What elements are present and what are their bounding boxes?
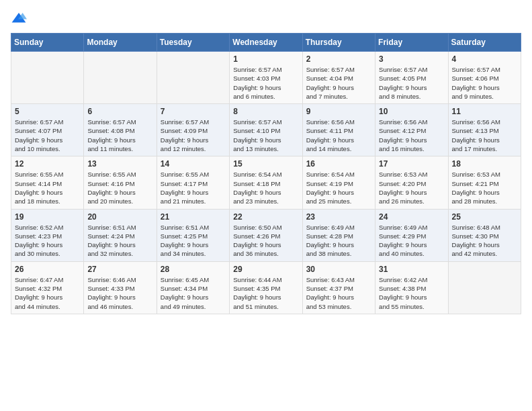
day-info: Sunrise: 6:55 AM Sunset: 4:17 PM Dayligh…: [161, 170, 226, 205]
day-info: Sunrise: 6:53 AM Sunset: 4:20 PM Dayligh…: [379, 170, 444, 205]
day-info: Sunrise: 6:42 AM Sunset: 4:38 PM Dayligh…: [379, 275, 444, 311]
day-info: Sunrise: 6:57 AM Sunset: 4:04 PM Dayligh…: [306, 65, 371, 101]
calendar-cell: 25Sunrise: 6:48 AM Sunset: 4:30 PM Dayli…: [448, 209, 521, 261]
weekday-header-cell: Tuesday: [157, 34, 229, 52]
calendar-cell: 21Sunrise: 6:51 AM Sunset: 4:25 PM Dayli…: [157, 209, 229, 261]
calendar-cell: 12Sunrise: 6:55 AM Sunset: 4:14 PM Dayli…: [11, 156, 84, 209]
day-number: 11: [452, 107, 517, 116]
calendar-cell: [157, 52, 229, 104]
calendar-cell: 13Sunrise: 6:55 AM Sunset: 4:16 PM Dayli…: [84, 156, 157, 209]
day-number: 3: [379, 54, 444, 64]
calendar-cell: 15Sunrise: 6:54 AM Sunset: 4:18 PM Dayli…: [230, 156, 302, 209]
day-info: Sunrise: 6:44 AM Sunset: 4:35 PM Dayligh…: [233, 275, 298, 311]
calendar-cell: [84, 52, 157, 104]
calendar-cell: 5Sunrise: 6:57 AM Sunset: 4:07 PM Daylig…: [11, 104, 84, 156]
day-info: Sunrise: 6:46 AM Sunset: 4:33 PM Dayligh…: [87, 275, 152, 311]
day-info: Sunrise: 6:56 AM Sunset: 4:12 PM Dayligh…: [379, 118, 444, 153]
day-number: 29: [233, 265, 298, 274]
day-info: Sunrise: 6:49 AM Sunset: 4:29 PM Dayligh…: [379, 223, 444, 259]
day-info: Sunrise: 6:52 AM Sunset: 4:23 PM Dayligh…: [15, 223, 80, 259]
day-info: Sunrise: 6:45 AM Sunset: 4:34 PM Dayligh…: [161, 275, 226, 311]
calendar-cell: 17Sunrise: 6:53 AM Sunset: 4:20 PM Dayli…: [375, 156, 448, 209]
day-info: Sunrise: 6:57 AM Sunset: 4:03 PM Dayligh…: [233, 65, 298, 101]
day-number: 15: [233, 159, 298, 169]
calendar-cell: 24Sunrise: 6:49 AM Sunset: 4:29 PM Dayli…: [375, 209, 448, 261]
calendar-cell: 4Sunrise: 6:57 AM Sunset: 4:06 PM Daylig…: [448, 52, 521, 104]
day-info: Sunrise: 6:47 AM Sunset: 4:32 PM Dayligh…: [15, 275, 80, 311]
calendar-cell: 26Sunrise: 6:47 AM Sunset: 4:32 PM Dayli…: [11, 261, 84, 314]
calendar-cell: 1Sunrise: 6:57 AM Sunset: 4:03 PM Daylig…: [230, 52, 302, 104]
calendar-body: 1Sunrise: 6:57 AM Sunset: 4:03 PM Daylig…: [11, 52, 521, 314]
calendar-cell: 19Sunrise: 6:52 AM Sunset: 4:23 PM Dayli…: [11, 209, 84, 261]
day-number: 5: [15, 107, 80, 116]
day-info: Sunrise: 6:51 AM Sunset: 4:25 PM Dayligh…: [161, 223, 226, 259]
day-number: 21: [161, 212, 226, 222]
day-info: Sunrise: 6:48 AM Sunset: 4:30 PM Dayligh…: [452, 223, 517, 259]
day-number: 9: [306, 107, 371, 116]
calendar-cell: 7Sunrise: 6:57 AM Sunset: 4:09 PM Daylig…: [157, 104, 229, 156]
day-info: Sunrise: 6:57 AM Sunset: 4:10 PM Dayligh…: [233, 118, 298, 153]
calendar-cell: [448, 261, 521, 314]
calendar-cell: 8Sunrise: 6:57 AM Sunset: 4:10 PM Daylig…: [230, 104, 302, 156]
day-number: 26: [15, 265, 80, 274]
day-number: 13: [87, 159, 152, 169]
day-number: 27: [87, 265, 152, 274]
day-info: Sunrise: 6:56 AM Sunset: 4:11 PM Dayligh…: [306, 118, 371, 153]
calendar-cell: 31Sunrise: 6:42 AM Sunset: 4:38 PM Dayli…: [375, 261, 448, 314]
weekday-header-cell: Wednesday: [230, 34, 302, 52]
logo-icon: [11, 11, 27, 25]
calendar-cell: 28Sunrise: 6:45 AM Sunset: 4:34 PM Dayli…: [157, 261, 229, 314]
calendar-cell: 10Sunrise: 6:56 AM Sunset: 4:12 PM Dayli…: [375, 104, 448, 156]
day-info: Sunrise: 6:55 AM Sunset: 4:14 PM Dayligh…: [15, 170, 80, 205]
day-info: Sunrise: 6:53 AM Sunset: 4:21 PM Dayligh…: [452, 170, 517, 205]
day-number: 10: [379, 107, 444, 116]
day-number: 20: [87, 212, 152, 222]
calendar-week-row: 19Sunrise: 6:52 AM Sunset: 4:23 PM Dayli…: [11, 209, 521, 261]
calendar-cell: 16Sunrise: 6:54 AM Sunset: 4:19 PM Dayli…: [302, 156, 375, 209]
day-info: Sunrise: 6:54 AM Sunset: 4:18 PM Dayligh…: [233, 170, 298, 205]
day-info: Sunrise: 6:43 AM Sunset: 4:37 PM Dayligh…: [306, 275, 371, 311]
day-info: Sunrise: 6:57 AM Sunset: 4:05 PM Dayligh…: [379, 65, 444, 101]
calendar-cell: 23Sunrise: 6:49 AM Sunset: 4:28 PM Dayli…: [302, 209, 375, 261]
weekday-header-cell: Monday: [84, 34, 157, 52]
calendar-cell: 14Sunrise: 6:55 AM Sunset: 4:17 PM Dayli…: [157, 156, 229, 209]
day-number: 18: [452, 159, 517, 169]
day-number: 30: [306, 265, 371, 274]
weekday-header-row: SundayMondayTuesdayWednesdayThursdayFrid…: [11, 34, 521, 52]
day-number: 4: [452, 54, 517, 64]
day-info: Sunrise: 6:51 AM Sunset: 4:24 PM Dayligh…: [87, 223, 152, 259]
weekday-header-cell: Saturday: [448, 34, 521, 52]
day-number: 25: [452, 212, 517, 222]
calendar-cell: 9Sunrise: 6:56 AM Sunset: 4:11 PM Daylig…: [302, 104, 375, 156]
day-number: 14: [161, 159, 226, 169]
day-info: Sunrise: 6:55 AM Sunset: 4:16 PM Dayligh…: [87, 170, 152, 205]
day-number: 17: [379, 159, 444, 169]
day-info: Sunrise: 6:57 AM Sunset: 4:08 PM Dayligh…: [87, 118, 152, 153]
day-number: 16: [306, 159, 371, 169]
calendar-week-row: 5Sunrise: 6:57 AM Sunset: 4:07 PM Daylig…: [11, 104, 521, 156]
calendar-cell: 20Sunrise: 6:51 AM Sunset: 4:24 PM Dayli…: [84, 209, 157, 261]
day-info: Sunrise: 6:50 AM Sunset: 4:26 PM Dayligh…: [233, 223, 298, 259]
calendar-cell: 29Sunrise: 6:44 AM Sunset: 4:35 PM Dayli…: [230, 261, 302, 314]
day-number: 19: [15, 212, 80, 222]
day-info: Sunrise: 6:49 AM Sunset: 4:28 PM Dayligh…: [306, 223, 371, 259]
day-number: 6: [87, 107, 152, 116]
calendar-cell: 22Sunrise: 6:50 AM Sunset: 4:26 PM Dayli…: [230, 209, 302, 261]
calendar-cell: 27Sunrise: 6:46 AM Sunset: 4:33 PM Dayli…: [84, 261, 157, 314]
day-number: 2: [306, 54, 371, 64]
day-number: 8: [233, 107, 298, 116]
calendar-cell: 2Sunrise: 6:57 AM Sunset: 4:04 PM Daylig…: [302, 52, 375, 104]
day-number: 1: [233, 54, 298, 64]
calendar-cell: 11Sunrise: 6:56 AM Sunset: 4:13 PM Dayli…: [448, 104, 521, 156]
day-info: Sunrise: 6:57 AM Sunset: 4:09 PM Dayligh…: [161, 118, 226, 153]
day-number: 22: [233, 212, 298, 222]
day-info: Sunrise: 6:54 AM Sunset: 4:19 PM Dayligh…: [306, 170, 371, 205]
weekday-header-cell: Sunday: [11, 34, 84, 52]
calendar-week-row: 12Sunrise: 6:55 AM Sunset: 4:14 PM Dayli…: [11, 156, 521, 209]
day-number: 7: [161, 107, 226, 116]
day-number: 23: [306, 212, 371, 222]
day-info: Sunrise: 6:57 AM Sunset: 4:06 PM Dayligh…: [452, 65, 517, 101]
calendar-week-row: 1Sunrise: 6:57 AM Sunset: 4:03 PM Daylig…: [11, 52, 521, 104]
day-number: 12: [15, 159, 80, 169]
page-header: [11, 11, 521, 25]
